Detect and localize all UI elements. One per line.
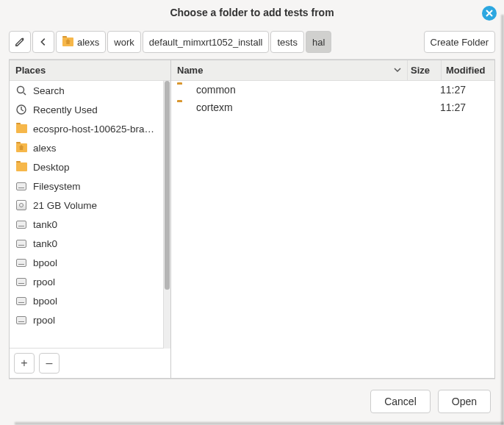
file-name: cortexm xyxy=(196,101,402,113)
folder-icon xyxy=(177,102,190,113)
sidebar-item-label: Desktop xyxy=(33,162,70,173)
edit-path-button[interactable] xyxy=(9,31,31,53)
column-headers: Name Size Modified xyxy=(171,60,494,81)
column-modified-label: Modified xyxy=(446,65,485,76)
toolbar: alexsworkdefault_mimxrt1052_installtests… xyxy=(0,25,504,59)
close-button[interactable] xyxy=(482,6,497,21)
file-scrollbar[interactable] xyxy=(487,82,494,378)
drive-icon xyxy=(15,257,27,268)
sidebar-item-label: 21 GB Volume xyxy=(33,200,97,211)
file-scrollbar-thumb[interactable] xyxy=(488,82,494,378)
path-segment-label: hal xyxy=(312,37,325,48)
folder-icon xyxy=(177,85,190,95)
path-segment-label: default_mimxrt1052_install xyxy=(149,37,263,48)
add-bookmark-button[interactable]: + xyxy=(14,353,35,374)
sidebar-item-label: bpool xyxy=(33,257,57,268)
path-bar: alexsworkdefault_mimxrt1052_installtests… xyxy=(56,31,422,53)
sidebar-item[interactable]: Filesystem xyxy=(10,176,170,196)
pencil-icon xyxy=(15,37,25,47)
chevron-down-icon xyxy=(394,66,401,74)
file-rows: common11:27cortexm11:27 xyxy=(171,81,494,378)
file-row[interactable]: cortexm11:27 xyxy=(171,99,494,116)
chevron-left-icon xyxy=(38,37,48,47)
clock-icon xyxy=(15,104,27,115)
drive-icon xyxy=(15,295,27,307)
path-segment[interactable]: default_mimxrt1052_install xyxy=(143,31,270,53)
create-folder-label: Create Folder xyxy=(431,37,489,48)
sort-indicator xyxy=(394,65,401,76)
disk-icon xyxy=(15,199,27,211)
drive-icon xyxy=(15,218,27,230)
sidebar-item[interactable]: tank0 xyxy=(10,215,170,234)
file-row[interactable]: common11:27 xyxy=(171,81,494,99)
sidebar-item-label: ecospro-host-100625-bra… xyxy=(33,124,154,135)
close-icon xyxy=(486,10,493,17)
path-segment-label: tests xyxy=(277,37,297,48)
home-folder-icon xyxy=(15,142,27,154)
cancel-label: Cancel xyxy=(384,396,417,407)
cancel-button[interactable]: Cancel xyxy=(370,390,431,413)
sidebar-item[interactable]: tank0 xyxy=(10,234,170,253)
path-segment[interactable]: hal xyxy=(306,31,331,53)
search-icon xyxy=(15,85,27,96)
places-scrollbar-thumb[interactable] xyxy=(165,81,170,290)
window-title: Choose a folder to add tests from xyxy=(170,7,334,18)
remove-bookmark-button[interactable]: – xyxy=(39,353,60,374)
places-sidebar: Places SearchRecently Usedecospro-host-1… xyxy=(9,60,170,379)
path-segment[interactable]: tests xyxy=(270,31,303,53)
sidebar-item[interactable]: alexs xyxy=(10,138,170,157)
home-folder-icon xyxy=(62,38,73,46)
drive-icon xyxy=(15,238,27,249)
sidebar-item-label: alexs xyxy=(33,143,57,154)
folder-icon xyxy=(15,123,27,135)
sidebar-item-label: Filesystem xyxy=(33,181,81,192)
sidebar-item-label: Recently Used xyxy=(33,104,98,115)
dialog-footer: Cancel Open xyxy=(0,379,504,425)
sidebar-item-label: Search xyxy=(33,85,65,96)
sidebar-item-label: tank0 xyxy=(33,219,57,230)
plus-icon: + xyxy=(21,357,27,370)
sidebar-item[interactable]: 21 GB Volume xyxy=(10,196,170,215)
create-folder-button[interactable]: Create Folder xyxy=(424,31,495,53)
places-header: Places xyxy=(10,60,170,81)
places-list: SearchRecently Usedecospro-host-100625-b… xyxy=(10,81,170,348)
svg-point-0 xyxy=(18,87,24,93)
places-toolbar: + – xyxy=(10,348,170,378)
minus-icon: – xyxy=(46,357,53,370)
file-name: common xyxy=(196,84,402,96)
sidebar-item[interactable]: Desktop xyxy=(10,157,170,176)
sidebar-item[interactable]: Recently Used xyxy=(10,100,170,119)
column-header-modified[interactable]: Modified xyxy=(442,60,494,80)
sidebar-item[interactable]: Search xyxy=(10,81,170,100)
sidebar-item[interactable]: bpool xyxy=(10,253,170,272)
drive-icon xyxy=(15,180,27,192)
places-scrollbar[interactable] xyxy=(163,81,170,349)
sidebar-item-label: tank0 xyxy=(33,238,57,249)
path-back-button[interactable] xyxy=(32,31,54,53)
sidebar-item-label: rpool xyxy=(33,276,55,288)
file-list-pane: Name Size Modified common11:27cortexm11:… xyxy=(170,60,495,379)
column-size-label: Size xyxy=(411,65,430,76)
open-label: Open xyxy=(452,396,477,407)
sidebar-item[interactable]: ecospro-host-100625-bra… xyxy=(10,119,170,138)
drive-icon xyxy=(15,314,27,326)
sidebar-item-label: bpool xyxy=(33,296,57,307)
column-name-label: Name xyxy=(177,65,203,76)
path-segment-label: alexs xyxy=(77,37,99,48)
titlebar: Choose a folder to add tests from xyxy=(0,0,504,25)
drive-icon xyxy=(15,276,27,288)
column-header-size[interactable]: Size xyxy=(408,60,442,80)
sidebar-item[interactable]: rpool xyxy=(10,272,170,291)
path-segment[interactable]: work xyxy=(107,31,140,53)
path-segment-label: work xyxy=(114,37,134,48)
folder-icon xyxy=(15,161,27,173)
path-segment[interactable]: alexs xyxy=(56,31,106,53)
column-header-name[interactable]: Name xyxy=(171,60,408,80)
file-modified: 11:27 xyxy=(436,84,489,96)
file-modified: 11:27 xyxy=(436,101,489,113)
open-button[interactable]: Open xyxy=(438,390,491,413)
sidebar-item[interactable]: bpool xyxy=(10,291,170,310)
sidebar-item[interactable]: rpool xyxy=(10,310,170,329)
sidebar-item-label: rpool xyxy=(33,315,55,326)
